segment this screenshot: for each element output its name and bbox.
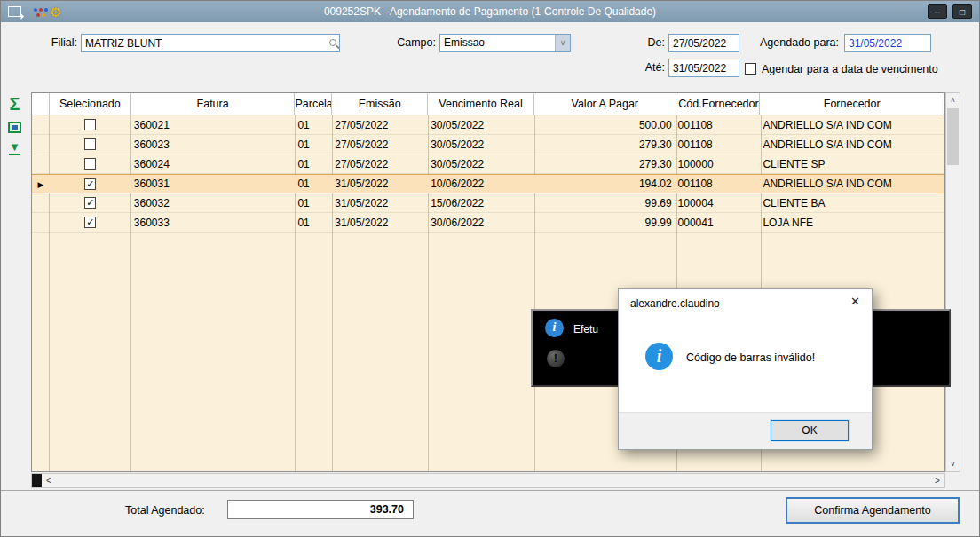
chevron-down-icon[interactable]: ∨ [555,35,570,51]
left-toolbar: Σ ▼ [8,95,21,155]
vertical-scrollbar-thumb[interactable] [947,108,959,165]
campo-selected-value: Emissao [444,36,485,49]
ate-field-wrap [668,59,739,77]
cell-valor: 194.02 [534,178,676,190]
row-checkbox[interactable] [84,138,96,150]
titlebar: 009252SPK - Agendamento de Pagamento (1-… [1,1,979,22]
alert-icon: ! [547,350,565,367]
cell-vencimento: 30/05/2022 [428,119,534,131]
scroll-down-icon[interactable]: ∨ [946,457,960,471]
ate-input[interactable] [668,59,739,77]
horizontal-scrollbar-track[interactable] [56,474,930,487]
vencimento-checkbox[interactable] [745,63,756,75]
cell-emissao: 31/05/2022 [332,197,428,209]
cell-emissao: 31/05/2022 [332,217,428,229]
maximize-button[interactable]: □ [952,4,972,19]
row-checkbox[interactable]: ✓ [84,217,96,228]
cell-emissao: 27/05/2022 [332,138,428,151]
info-icon: i [545,319,564,337]
scroll-up-icon[interactable]: ∧ [946,93,960,107]
ok-button[interactable]: OK [771,420,849,441]
cell-fornecedor: ANDRIELLO S/A IND COM [760,138,944,151]
col-header-cod-fornecedor[interactable]: Cód.Fornecedor [676,93,761,115]
agendado-label: Agendado para: [739,36,839,49]
cell-emissao: 27/05/2022 [332,119,428,131]
cell-fornecedor: CLIENTE SP [760,158,944,170]
col-header-emissao[interactable]: Emissão [332,93,428,115]
cell-vencimento: 30/05/2022 [428,138,534,151]
cell-fornecedor: ANDRIELLO S/A IND COM [760,119,944,131]
table-row[interactable]: 360023 01 27/05/2022 30/05/2022 279.30 0… [32,135,944,154]
de-input[interactable] [668,34,739,52]
agendado-input[interactable] [844,34,931,52]
dialog-footer: OK [619,412,872,449]
de-label: De: [620,36,665,49]
table-row[interactable]: ✓ 360033 01 31/05/2022 30/06/2022 99.99 … [32,213,944,233]
close-icon[interactable]: ✕ [850,295,860,308]
cell-fornecedor: ANDRIELLO S/A IND COM [760,178,944,190]
cell-valor: 279.30 [534,158,676,170]
col-header-fatura[interactable]: Fatura [131,93,296,115]
cell-emissao: 31/05/2022 [332,178,428,190]
vertical-scrollbar[interactable]: ∧ ∨ [945,92,960,472]
copy-rows-icon[interactable] [8,122,21,133]
filial-field-wrap [81,34,340,52]
cell-fornecedor: LOJA NFE [760,217,944,229]
scroll-right-icon[interactable]: > [930,474,944,487]
col-header-parcela[interactable]: Parcela [295,93,332,115]
send-to-bottom-icon[interactable]: ▼ [9,142,20,155]
horizontal-scrollbar-thumb[interactable] [32,474,42,487]
table-row[interactable]: 360024 01 27/05/2022 30/05/2022 279.30 1… [32,154,944,174]
table-row[interactable]: ✓ 360032 01 31/05/2022 15/06/2022 99.69 … [32,193,944,213]
cell-valor: 99.99 [534,217,676,229]
sum-icon[interactable]: Σ [9,95,20,113]
row-checkbox[interactable]: ✓ [84,197,96,209]
cell-fatura: 360024 [131,158,296,170]
filial-label: Filial: [26,36,77,49]
cell-valor: 99.69 [534,197,676,209]
cell-vencimento: 30/05/2022 [428,158,534,170]
ate-label: Até: [620,61,665,74]
filial-input[interactable] [81,34,340,52]
cell-parcela: 01 [295,119,332,131]
total-agendado-value: 393.70 [227,500,414,519]
horizontal-scrollbar[interactable]: < > [31,473,945,488]
row-checkbox[interactable]: ✓ [84,178,96,190]
scroll-left-icon[interactable]: < [42,474,56,487]
table-row-current[interactable]: ▶ ✓ 360031 01 31/05/2022 10/06/2022 194.… [32,174,944,193]
campo-label: Campo: [390,36,436,49]
table-row[interactable]: 360021 01 27/05/2022 30/05/2022 500.00 0… [32,115,944,135]
cell-parcela: 01 [295,178,332,190]
cell-cod: 001108 [676,119,761,131]
col-header-selecionado[interactable]: Selecionado [50,93,131,115]
beads-grid-icon[interactable] [34,8,37,12]
total-agendado-label: Total Agendado: [125,504,205,517]
cell-valor: 279.30 [534,138,676,151]
cell-fatura: 360033 [131,217,296,229]
row-checkbox[interactable] [84,158,96,170]
cell-fatura: 360031 [131,178,296,190]
export-window-icon[interactable] [8,6,21,17]
cell-fatura: 360032 [131,197,296,209]
row-checkbox[interactable] [84,119,96,130]
search-icon[interactable] [329,39,336,46]
app-window: 009252SPK - Agendamento de Pagamento (1-… [0,0,980,537]
current-row-marker-icon: ▶ [38,180,44,189]
vencimento-checkbox-label: Agendar para a data de vencimento [762,63,966,75]
cell-valor: 500.00 [534,119,676,131]
dialog-message: Código de barras inválido! [686,351,815,364]
cell-parcela: 01 [295,197,332,209]
cell-fatura: 360023 [131,138,296,151]
campo-select[interactable]: Emissao ∨ [439,34,571,52]
window-title: 009252SPK - Agendamento de Pagamento (1-… [1,5,979,18]
minimize-button[interactable]: ─ [928,4,947,19]
cell-cod: 100000 [676,158,761,170]
cell-vencimento: 10/06/2022 [428,178,534,190]
col-header-valor[interactable]: Valor A Pagar [534,93,676,115]
col-header-fornecedor[interactable]: Fornecedor [760,93,944,115]
col-header-vencimento[interactable]: Vencimento Real [428,93,534,115]
dialog-title: alexandre.claudino [630,297,720,310]
confirma-agendamento-button[interactable]: Confirma Agendamento [786,497,960,524]
cell-cod: 001108 [676,178,761,190]
wrench-icon[interactable]: ⚙ [50,5,61,19]
